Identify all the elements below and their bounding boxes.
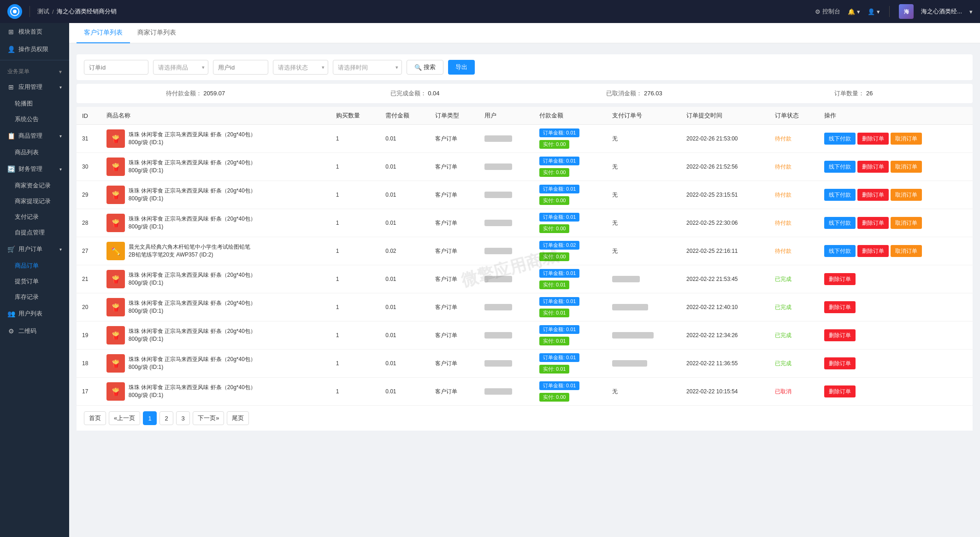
- page-2-btn[interactable]: 2: [159, 411, 173, 425]
- action-buttons: 线下付款删除订单取消订单: [824, 161, 967, 173]
- cell-status: 已完成: [769, 350, 819, 378]
- cell-product: 🍟 珠珠 休闲零食 正宗马来西亚风味 虾条（20g*40包）800g/袋 (ID…: [101, 125, 331, 153]
- action-付款-btn[interactable]: 线下付款: [824, 245, 856, 257]
- table-row: 19 🍟 珠珠 休闲零食 正宗马来西亚风味 虾条（20g*40包）800g/袋 …: [77, 321, 973, 350]
- action-删除-btn[interactable]: 删除订单: [857, 245, 889, 257]
- sidebar-item-merchant-withdraw[interactable]: 商家提现记录: [11, 193, 69, 209]
- action-付款-btn[interactable]: 线下付款: [824, 161, 856, 173]
- action-删除-btn[interactable]: 删除订单: [824, 385, 856, 397]
- cell-user: ID:1: [479, 293, 534, 321]
- sidebar-item-finance-mgmt[interactable]: 🔄 财务管理 ▾: [0, 160, 69, 178]
- sidebar-item-qrcode[interactable]: ⚙ 二维码: [0, 322, 69, 340]
- stat-cancel: 已取消金额： 276.03: [525, 89, 744, 98]
- action-删除-btn[interactable]: 删除订单: [824, 357, 856, 369]
- sidebar-item-product-mgmt[interactable]: 📋 商品管理 ▾: [0, 127, 69, 145]
- sidebar-item-selfpick[interactable]: 自提点管理: [11, 225, 69, 240]
- sidebar-item-merchant-balance[interactable]: 商家资金记录: [11, 178, 69, 193]
- action-付款-btn[interactable]: 线下付款: [824, 217, 856, 229]
- export-button[interactable]: 导出: [448, 60, 475, 75]
- action-删除-btn[interactable]: 删除订单: [824, 329, 856, 341]
- sidebar-user-order-sub: 商品订单 提货订单 库存记录: [0, 258, 69, 305]
- cell-order-type: 客户订单: [430, 125, 479, 153]
- cell-qty: 1: [331, 321, 380, 350]
- time-select[interactable]: 请选择时间: [333, 60, 402, 75]
- cell-payment-no: 无: [607, 181, 681, 209]
- product-name-text: 珠珠 休闲零食 正宗马来西亚风味 虾条（20g*40包）800g/袋 (ID:1…: [129, 299, 258, 315]
- store-dropdown-icon[interactable]: ▾: [969, 8, 973, 15]
- page-next-btn[interactable]: 下一页»: [193, 411, 224, 425]
- action-buttons: 删除订单: [824, 385, 967, 397]
- cell-pay-amount: 订单金额: 0.01 实付: 0.00: [534, 209, 607, 237]
- page-1-btn[interactable]: 1: [143, 411, 157, 425]
- user-id-blurred: ID:1: [484, 388, 512, 395]
- cell-qty: 1: [331, 265, 380, 293]
- action-删除-btn[interactable]: 删除订单: [824, 273, 856, 285]
- sidebar-item-product-list[interactable]: 商品列表: [11, 145, 69, 160]
- action-付款-btn[interactable]: 线下付款: [824, 133, 856, 145]
- page-first-btn[interactable]: 首页: [84, 411, 106, 425]
- action-付款-btn[interactable]: 线下付款: [824, 189, 856, 201]
- cell-order-type: 客户订单: [430, 350, 479, 378]
- tab-customer-orders[interactable]: 客户订单列表: [77, 23, 130, 43]
- page-3-btn[interactable]: 3: [176, 411, 190, 425]
- page-last-btn[interactable]: 尾页: [227, 411, 249, 425]
- product-select[interactable]: 请选择商品: [153, 60, 208, 75]
- action-删除-btn[interactable]: 删除订单: [857, 217, 889, 229]
- cell-pay-amount: 订单金额: 0.01 实付: 0.01: [534, 265, 607, 293]
- order-id-input[interactable]: [84, 60, 148, 75]
- sidebar-item-user-list[interactable]: 👥 用户列表: [0, 305, 69, 322]
- actual-amount-badge: 实付: 0.01: [539, 280, 570, 289]
- sidebar-item-inventory-record[interactable]: 库存记录: [11, 289, 69, 305]
- finance-icon: 🔄: [7, 165, 15, 173]
- action-删除-btn[interactable]: 删除订单: [857, 133, 889, 145]
- cell-order-type: 客户订单: [430, 321, 479, 350]
- cell-user: ID:3: [479, 153, 534, 181]
- svg-point-1: [13, 10, 17, 13]
- cell-order-type: 客户订单: [430, 293, 479, 321]
- action-取消-btn[interactable]: 取消订单: [891, 217, 922, 229]
- sidebar-item-notice[interactable]: 系统公告: [11, 111, 69, 127]
- user-order-icon: 🛒: [7, 245, 15, 253]
- table-row: 28 🍟 珠珠 休闲零食 正宗马来西亚风味 虾条（20g*40包）800g/袋 …: [77, 209, 973, 237]
- cell-amount: 0.01: [380, 265, 429, 293]
- user-id-input[interactable]: [213, 60, 268, 75]
- table-header-row: ID 商品名称 购买数量 需付金额 订单类型 用户 付款金额 支付订单号 订单提…: [77, 107, 973, 125]
- action-buttons: 线下付款删除订单取消订单: [824, 189, 967, 201]
- alerts-btn[interactable]: 🔔 ▾: [848, 8, 860, 15]
- cell-status: 待付款: [769, 237, 819, 265]
- action-取消-btn[interactable]: 取消订单: [891, 189, 922, 201]
- action-取消-btn[interactable]: 取消订单: [891, 133, 922, 145]
- sidebar-item-user-order[interactable]: 🛒 用户订单 ▾: [0, 240, 69, 258]
- cell-qty: 1: [331, 237, 380, 265]
- tab-merchant-orders[interactable]: 商家订单列表: [130, 23, 183, 43]
- sidebar-product-sub: 商品列表: [0, 145, 69, 160]
- qrcode-icon: ⚙: [7, 327, 15, 335]
- user-order-chevron-icon: ▾: [59, 247, 62, 252]
- status-select-wrapper: 请选择状态: [273, 60, 328, 75]
- action-删除-btn[interactable]: 删除订单: [857, 161, 889, 173]
- user-btn[interactable]: 👤 ▾: [868, 8, 880, 15]
- status-badge: 待付款: [775, 163, 791, 170]
- chevron-down-icon: ▾: [59, 85, 62, 90]
- action-取消-btn[interactable]: 取消订单: [891, 161, 922, 173]
- sidebar-item-carousel[interactable]: 轮播图: [11, 96, 69, 111]
- sidebar-item-payment-record[interactable]: 支付记录: [11, 209, 69, 225]
- payment-no-blurred: L2220...S0128: [612, 304, 648, 310]
- action-取消-btn[interactable]: 取消订单: [891, 245, 922, 257]
- sidebar-item-app-mgmt[interactable]: ⊞ 应用管理 ▾: [0, 78, 69, 96]
- sidebar-item-pickup-order[interactable]: 提货订单: [11, 274, 69, 289]
- product-name-text: 珠珠 休闲零食 正宗马来西亚风味 虾条（20g*40包）800g/袋 (ID:1…: [129, 159, 258, 175]
- cell-id: 18: [77, 350, 101, 378]
- cell-product: 🍟 珠珠 休闲零食 正宗马来西亚风味 虾条（20g*40包）800g/袋 (ID…: [101, 265, 331, 293]
- sidebar-item-product-order[interactable]: 商品订单: [11, 258, 69, 274]
- status-select[interactable]: 请选择状态: [273, 60, 328, 75]
- action-删除-btn[interactable]: 删除订单: [857, 189, 889, 201]
- page-prev-btn[interactable]: «上一页: [109, 411, 140, 425]
- control-panel-btn[interactable]: ⚙ 控制台: [815, 7, 840, 16]
- cell-product: 🍟 珠珠 休闲零食 正宗马来西亚风味 虾条（20g*40包）800g/袋 (ID…: [101, 293, 331, 321]
- action-删除-btn[interactable]: 删除订单: [824, 301, 856, 313]
- product-thumbnail: 🍟: [106, 186, 125, 204]
- search-button[interactable]: 🔍 搜索: [407, 60, 443, 75]
- sidebar-item-home[interactable]: ⊞ 模块首页: [0, 23, 69, 41]
- sidebar-item-permissions[interactable]: 👤 操作员权限: [0, 41, 69, 58]
